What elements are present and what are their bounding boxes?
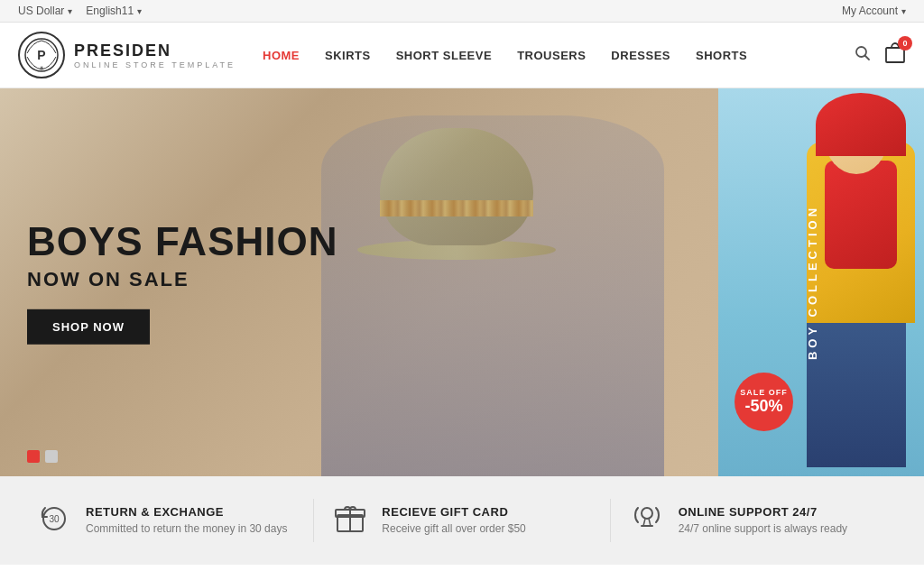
hero-title: BOYS FASHION <box>27 220 338 263</box>
features-bar: 30 RETURN & EXCHANGE Committed to return… <box>0 476 924 565</box>
hero-content: BOYS FASHION NOW ON SALE SHOP NOW <box>27 220 338 345</box>
header-icons: 0 <box>855 41 906 69</box>
feature-return-title: RETURN & EXCHANGE <box>86 505 287 519</box>
main-nav: HOME SKIRTS SHORT SLEEVE TROUSERS DRESSE… <box>263 49 855 62</box>
jeans-shape <box>807 323 906 467</box>
currency-selector[interactable]: US Dollar ▾ <box>18 5 72 17</box>
logo-text: PRESIDEN ONLINE STORE TEMPLATE <box>74 41 236 69</box>
hero-dot-2[interactable] <box>45 450 58 463</box>
feature-support-title: ONLINE SUPPORT 24/7 <box>679 505 847 519</box>
nav-skirts[interactable]: SKIRTS <box>325 49 371 62</box>
nav-home[interactable]: HOME <box>263 49 300 62</box>
nav-dresses[interactable]: DRESSES <box>611 49 670 62</box>
search-button[interactable] <box>855 45 871 66</box>
feature-support-text: ONLINE SUPPORT 24/7 24/7 online support … <box>679 505 847 537</box>
hero-dot-1[interactable] <box>27 450 40 463</box>
hero-subtitle: NOW ON SALE <box>27 268 338 291</box>
sale-off-label: SALE OFF <box>740 388 788 397</box>
hood-shape <box>816 93 906 156</box>
search-icon <box>855 45 871 61</box>
sale-badge: SALE OFF -50% <box>735 373 793 431</box>
feature-gift-title: RECIEVE GIFT CARD <box>382 505 525 519</box>
feature-return-desc: Committed to return the money in 30 days <box>86 521 287 537</box>
language-selector[interactable]: English11 ▾ <box>86 5 142 17</box>
nav-shorts[interactable]: SHORTS <box>696 49 747 62</box>
feature-return: 30 RETURN & EXCHANGE Committed to return… <box>18 499 314 542</box>
top-bar-left: US Dollar ▾ English11 ▾ <box>18 5 142 17</box>
return-svg-icon: 30 <box>36 499 72 535</box>
feature-support-desc: 24/7 online support is always ready <box>679 521 847 537</box>
account-chevron-icon: ▾ <box>901 6 906 16</box>
support-icon <box>629 499 665 542</box>
cart-badge: 0 <box>898 36 912 51</box>
language-label: English11 <box>86 5 134 17</box>
currency-chevron-icon: ▾ <box>68 6 72 16</box>
account-selector[interactable]: My Account ▾ <box>842 5 906 17</box>
nav-trousers[interactable]: TROUSERS <box>517 49 586 62</box>
feature-support: ONLINE SUPPORT 24/7 24/7 online support … <box>611 499 906 542</box>
return-icon: 30 <box>36 499 72 542</box>
hero-side-panel: BOY COLLECTION SALE OFF -50% <box>718 88 924 476</box>
svg-text:30: 30 <box>49 514 60 524</box>
child-body <box>321 115 664 476</box>
support-svg-icon <box>629 499 665 535</box>
logo[interactable]: P ❋ PRESIDEN ONLINE STORE TEMPLATE <box>18 32 236 78</box>
hero-dots <box>27 450 58 463</box>
collection-label: BOY COLLECTION <box>806 205 819 360</box>
shop-now-button[interactable]: SHOP NOW <box>27 309 150 345</box>
svg-text:P: P <box>37 48 45 62</box>
feature-gift-text: RECIEVE GIFT CARD Receive gift all over … <box>382 505 525 537</box>
hero-section: BOYS FASHION NOW ON SALE SHOP NOW BOY CO… <box>0 88 924 476</box>
language-chevron-icon: ▾ <box>137 6 142 16</box>
svg-line-4 <box>865 55 870 60</box>
cart-button[interactable]: 0 <box>884 41 906 69</box>
hero-main: BOYS FASHION NOW ON SALE SHOP NOW <box>0 88 718 476</box>
logo-icon: P ❋ <box>18 32 65 78</box>
gift-svg-icon <box>332 499 368 535</box>
gift-icon <box>332 499 368 542</box>
shirt-shape <box>825 161 897 269</box>
account-label: My Account <box>842 5 898 17</box>
logo-emblem: P ❋ <box>23 37 60 73</box>
header: P ❋ PRESIDEN ONLINE STORE TEMPLATE HOME … <box>0 23 924 88</box>
feature-gift: RECIEVE GIFT CARD Receive gift all over … <box>314 499 610 542</box>
brand-name: PRESIDEN <box>74 41 236 60</box>
brand-tagline: ONLINE STORE TEMPLATE <box>74 60 236 69</box>
sale-percent-label: -50% <box>744 397 782 416</box>
nav-short-sleeve[interactable]: SHORT SLEEVE <box>396 49 492 62</box>
feature-return-text: RETURN & EXCHANGE Committed to return th… <box>86 505 287 537</box>
feature-gift-desc: Receive gift all over order $50 <box>382 521 525 537</box>
top-bar: US Dollar ▾ English11 ▾ My Account ▾ <box>0 0 924 23</box>
currency-label: US Dollar <box>18 5 64 17</box>
svg-point-10 <box>642 508 652 519</box>
